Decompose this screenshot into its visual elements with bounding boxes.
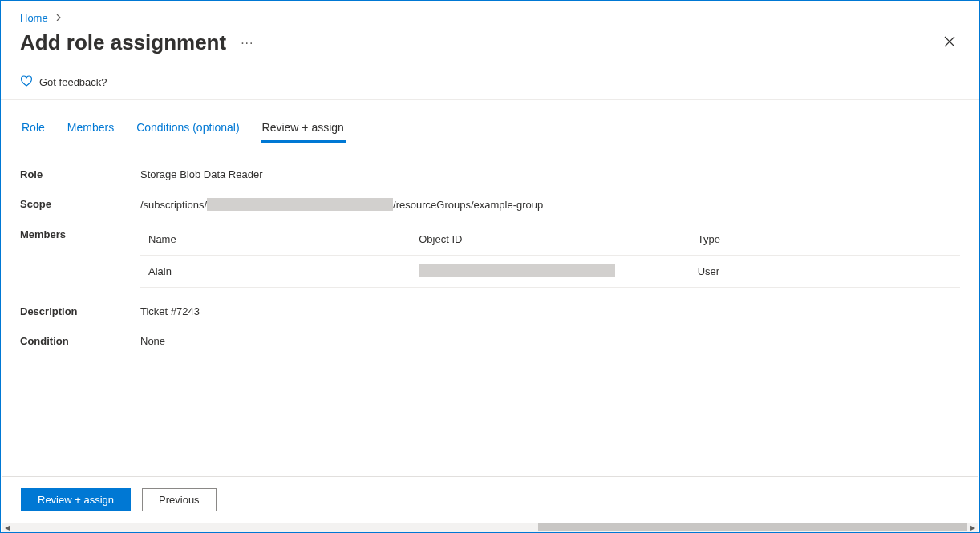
member-objectid bbox=[411, 256, 689, 288]
breadcrumb-home-link[interactable]: Home bbox=[20, 12, 48, 24]
condition-value: None bbox=[140, 335, 165, 347]
page-header: Add role assignment ··· bbox=[1, 30, 979, 63]
more-actions-button[interactable]: ··· bbox=[237, 34, 257, 52]
tab-role[interactable]: Role bbox=[20, 118, 47, 143]
close-icon bbox=[944, 36, 955, 50]
scrollbar-track[interactable] bbox=[13, 523, 967, 532]
role-label: Role bbox=[20, 168, 140, 180]
redacted-object-id bbox=[419, 264, 615, 277]
members-col-name: Name bbox=[140, 228, 411, 256]
members-table: Name Object ID Type Alain User bbox=[140, 228, 960, 288]
review-assign-button[interactable]: Review + assign bbox=[21, 488, 131, 511]
feedback-link[interactable]: Got feedback? bbox=[39, 76, 107, 88]
members-col-type: Type bbox=[690, 228, 960, 256]
member-type: User bbox=[690, 256, 960, 288]
table-row[interactable]: Alain User bbox=[140, 256, 960, 288]
scope-prefix: /subscriptions/ bbox=[140, 199, 207, 211]
heart-icon bbox=[20, 75, 33, 90]
condition-label: Condition bbox=[20, 335, 140, 347]
tab-review-assign[interactable]: Review + assign bbox=[261, 118, 346, 143]
members-col-objectid: Object ID bbox=[411, 228, 689, 256]
horizontal-scrollbar[interactable]: ◀ ▶ bbox=[2, 523, 978, 532]
review-section: Role Storage Blob Data Reader Scope /sub… bbox=[1, 143, 979, 374]
scope-value: /subscriptions//resourceGroups/example-g… bbox=[140, 198, 543, 211]
tab-members[interactable]: Members bbox=[66, 118, 115, 143]
page-title: Add role assignment bbox=[20, 30, 226, 55]
scrollbar-thumb[interactable] bbox=[538, 523, 968, 531]
scope-suffix: /resourceGroups/example-group bbox=[393, 199, 543, 211]
description-label: Description bbox=[20, 305, 140, 317]
breadcrumb: Home bbox=[1, 1, 979, 30]
tab-conditions[interactable]: Conditions (optional) bbox=[135, 118, 241, 143]
member-name: Alain bbox=[140, 256, 411, 288]
scroll-left-arrow-icon[interactable]: ◀ bbox=[2, 523, 13, 532]
tabs: Role Members Conditions (optional) Revie… bbox=[1, 100, 979, 143]
members-label: Members bbox=[20, 228, 140, 240]
members-value: Name Object ID Type Alain User bbox=[140, 228, 960, 288]
close-button[interactable] bbox=[939, 31, 960, 55]
redacted-subscription-id bbox=[207, 198, 393, 211]
chevron-right-icon bbox=[55, 11, 62, 23]
scroll-right-arrow-icon[interactable]: ▶ bbox=[967, 523, 978, 532]
scope-label: Scope bbox=[20, 198, 140, 210]
feedback-bar[interactable]: Got feedback? bbox=[1, 63, 979, 100]
footer-bar: Review + assign Previous bbox=[2, 476, 978, 523]
previous-button[interactable]: Previous bbox=[142, 488, 217, 511]
description-value: Ticket #7243 bbox=[140, 305, 200, 317]
role-value: Storage Blob Data Reader bbox=[140, 168, 262, 180]
